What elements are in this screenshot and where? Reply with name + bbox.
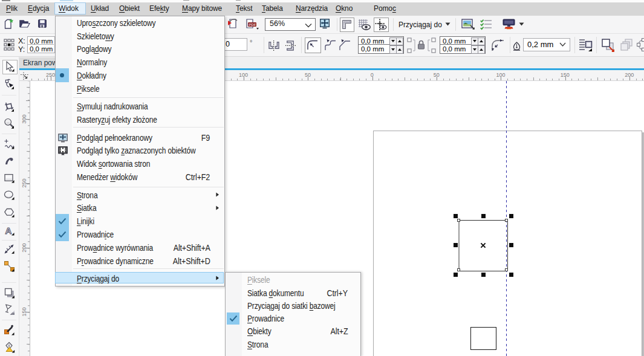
svg-text:PDF: PDF [249,22,256,26]
svg-text:A: A [5,225,12,235]
